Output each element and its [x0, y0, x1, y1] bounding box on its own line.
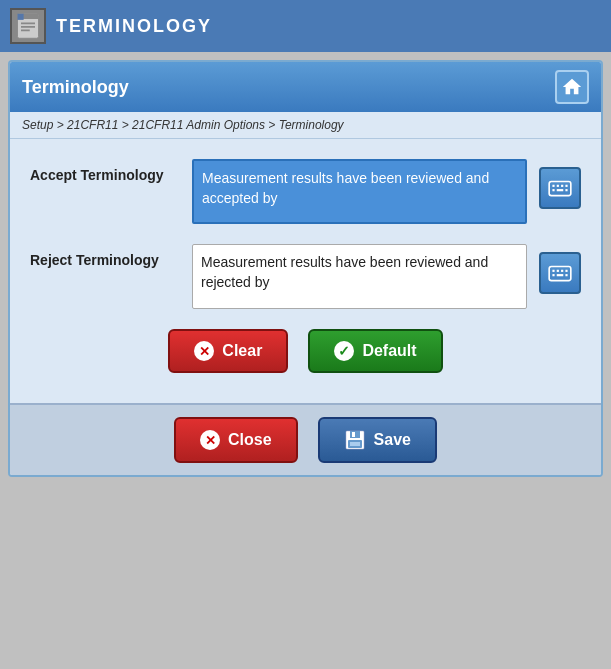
close-button[interactable]: Close [174, 417, 298, 463]
accept-keyboard-button[interactable] [539, 167, 581, 209]
save-floppy-icon [344, 429, 366, 451]
svg-rect-5 [18, 14, 24, 20]
save-label: Save [374, 431, 411, 449]
default-check-icon [334, 341, 354, 361]
reject-keyboard-button[interactable] [539, 252, 581, 294]
breadcrumb: Setup > 21CFR11 > 21CFR11 Admin Options … [10, 112, 601, 139]
close-label: Close [228, 431, 272, 449]
bottom-bar: Close Save [10, 403, 601, 475]
default-button[interactable]: Default [308, 329, 442, 373]
svg-rect-19 [552, 274, 554, 276]
reject-terminology-row: Reject Terminology Measurement results h… [30, 244, 581, 309]
reject-input[interactable]: Measurement results have been reviewed a… [192, 244, 527, 309]
accept-label: Accept Terminology [30, 159, 180, 183]
svg-rect-3 [21, 26, 35, 28]
svg-rect-6 [549, 182, 571, 196]
svg-rect-18 [565, 270, 567, 272]
svg-rect-13 [565, 189, 567, 191]
close-x-icon [200, 430, 220, 450]
svg-rect-24 [352, 432, 355, 437]
svg-rect-7 [552, 185, 554, 187]
reject-label: Reject Terminology [30, 244, 180, 268]
panel-title: Terminology [22, 77, 129, 98]
svg-rect-10 [565, 185, 567, 187]
panel-title-bar: Terminology [10, 62, 601, 112]
svg-rect-21 [565, 274, 567, 276]
svg-rect-8 [557, 185, 559, 187]
accept-terminology-row: Accept Terminology Measurement results h… [30, 159, 581, 224]
clear-x-icon [194, 341, 214, 361]
svg-rect-2 [21, 23, 35, 25]
app-icon [10, 8, 46, 44]
main-panel: Terminology Setup > 21CFR11 > 21CFR11 Ad… [8, 60, 603, 477]
save-button[interactable]: Save [318, 417, 437, 463]
svg-rect-11 [552, 189, 554, 191]
svg-rect-17 [561, 270, 563, 272]
content-area: Accept Terminology Measurement results h… [10, 139, 601, 403]
clear-button[interactable]: Clear [168, 329, 288, 373]
clear-label: Clear [222, 342, 262, 360]
svg-rect-15 [552, 270, 554, 272]
svg-rect-9 [561, 185, 563, 187]
svg-rect-26 [350, 442, 360, 446]
app-title: TERMINOLOGY [56, 16, 212, 37]
home-button[interactable] [555, 70, 589, 104]
default-label: Default [362, 342, 416, 360]
svg-rect-4 [21, 30, 30, 32]
top-header: TERMINOLOGY [0, 0, 611, 52]
accept-input[interactable]: Measurement results have been reviewed a… [192, 159, 527, 224]
svg-rect-12 [557, 189, 564, 191]
svg-rect-16 [557, 270, 559, 272]
svg-rect-14 [549, 267, 571, 281]
svg-rect-20 [557, 274, 564, 276]
action-buttons: Clear Default [30, 329, 581, 373]
